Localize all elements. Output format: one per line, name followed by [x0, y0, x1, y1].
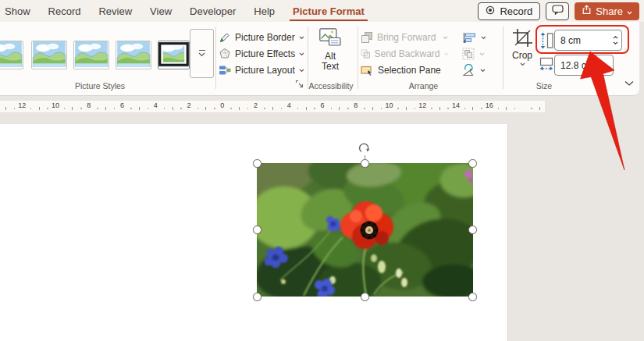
chevron-down-icon	[481, 36, 486, 40]
rotate-objects-button[interactable]	[462, 62, 486, 78]
tab-developer[interactable]: Developer	[188, 0, 237, 22]
share-icon	[582, 5, 592, 17]
ruler-tick	[105, 107, 106, 111]
ruler-tick	[431, 108, 432, 109]
ruler-tick	[180, 108, 182, 109]
ruler-tick	[415, 108, 416, 109]
spinner-down-icon[interactable]	[613, 41, 618, 44]
ruler-tick	[539, 107, 540, 111]
picture-style-thumbnail[interactable]	[116, 41, 151, 69]
chevron-down-icon	[444, 52, 448, 56]
send-backward-button[interactable]: Send Backward	[361, 46, 448, 62]
shape-height-input[interactable]	[555, 35, 610, 46]
tab-show[interactable]: Show	[3, 0, 32, 22]
ruler-tick	[80, 108, 82, 109]
share-dropdown-chevron-icon	[627, 5, 632, 17]
ruler-tick	[205, 107, 206, 111]
send-backward-label: Send Backward	[374, 48, 439, 59]
ruler-tick	[481, 108, 482, 109]
ruler-tick	[472, 107, 473, 111]
tab-view[interactable]: View	[148, 0, 173, 22]
picture-layout-icon	[219, 64, 231, 76]
picture-effects-label: Picture Effects	[235, 48, 295, 59]
resize-handle-bottom-left[interactable]	[253, 293, 262, 301]
shape-width-input[interactable]	[555, 60, 613, 71]
picture-styles-dialog-launcher-icon[interactable]	[295, 80, 304, 88]
picture-style-thumbnail[interactable]	[31, 41, 67, 69]
resize-handle-bottom-right[interactable]	[468, 293, 477, 301]
tab-review[interactable]: Review	[97, 0, 133, 22]
picture-style-thumbnail[interactable]	[0, 41, 23, 69]
picture-layout-button[interactable]: Picture Layout	[219, 62, 304, 78]
ruler-tick	[97, 108, 98, 109]
ruler-tick	[364, 108, 365, 109]
record-icon	[486, 5, 495, 17]
group-objects-icon	[462, 48, 475, 60]
selection-pane-label: Selection Pane	[378, 65, 448, 76]
picture-styles-more-button[interactable]	[190, 29, 214, 78]
tab-help[interactable]: Help	[252, 0, 276, 22]
resize-handle-top-right[interactable]	[468, 159, 477, 168]
shape-width-icon	[539, 57, 554, 71]
ruler-tick	[406, 107, 407, 111]
record-button[interactable]: Record	[478, 2, 540, 20]
ruler-tick	[239, 107, 240, 111]
more-gallery-icon	[199, 50, 205, 52]
selection-pane-button[interactable]: Selection Pane	[361, 62, 448, 78]
bring-forward-icon	[361, 31, 373, 44]
ruler-number: 2	[251, 101, 262, 109]
resize-handle-middle-left[interactable]	[253, 226, 262, 234]
ruler-tick	[197, 108, 199, 109]
picture-border-button[interactable]: Picture Border	[219, 30, 304, 45]
ruler-tick	[230, 108, 232, 109]
ruler-number: 10	[384, 101, 395, 109]
spinner-up-icon[interactable]	[613, 36, 618, 39]
selected-picture[interactable]	[257, 163, 473, 297]
accessibility-group-label: Accessibility	[305, 81, 357, 91]
chevron-down-icon	[443, 36, 448, 40]
ruler-number: 12	[417, 101, 428, 109]
poppy-photo	[257, 163, 473, 297]
ruler-tick	[148, 108, 149, 109]
topbar-right-controls: Record Share	[478, 2, 644, 20]
align-objects-button[interactable]	[462, 30, 486, 45]
picture-style-thumbnail[interactable]	[73, 41, 109, 69]
tab-record[interactable]: Record	[47, 0, 83, 22]
ruler-tick	[64, 108, 66, 109]
ruler-tick	[30, 108, 32, 109]
ruler-tick	[331, 108, 333, 109]
ruler-number: 10	[50, 101, 61, 109]
collapse-ribbon-button[interactable]	[622, 78, 636, 89]
ruler-tick	[397, 108, 399, 109]
resize-handle-top-left[interactable]	[253, 159, 262, 168]
resize-handle-top-middle[interactable]	[361, 159, 369, 168]
ruler-number: 6	[317, 101, 328, 109]
picture-style-thumbnail-framed[interactable]	[158, 41, 190, 69]
picture-styles-group-label: Picture Styles	[35, 81, 165, 91]
picture-border-label: Picture Border	[235, 32, 295, 43]
ruler-number: 14	[450, 101, 461, 109]
alt-text-button[interactable]: Alt Text	[311, 28, 350, 75]
ruler-tick	[498, 108, 500, 109]
crop-icon	[512, 28, 533, 48]
ribbon-tabs: Show Record Review View Developer Help P…	[0, 0, 366, 22]
send-backward-icon	[361, 48, 370, 60]
share-button[interactable]: Share	[575, 2, 639, 20]
group-divider	[503, 27, 503, 89]
crop-button[interactable]: Crop	[507, 28, 537, 66]
slide-canvas[interactable]	[0, 124, 508, 341]
group-objects-button[interactable]	[462, 46, 485, 62]
rotate-handle-icon[interactable]	[358, 141, 372, 155]
picture-effects-button[interactable]: Picture Effects	[219, 46, 304, 62]
ruler-tick	[5, 107, 6, 111]
shape-height-icon	[540, 32, 553, 49]
tab-picture-format[interactable]: Picture Format	[291, 0, 366, 22]
resize-handle-bottom-middle[interactable]	[361, 293, 369, 301]
group-divider	[358, 27, 358, 89]
ruler-number: 2	[183, 101, 194, 109]
chevron-down-icon	[299, 69, 304, 73]
comments-button[interactable]	[546, 2, 569, 20]
bring-forward-button[interactable]: Bring Forward	[361, 30, 448, 45]
resize-handle-middle-right[interactable]	[468, 226, 477, 234]
ruler-tick	[297, 108, 299, 109]
